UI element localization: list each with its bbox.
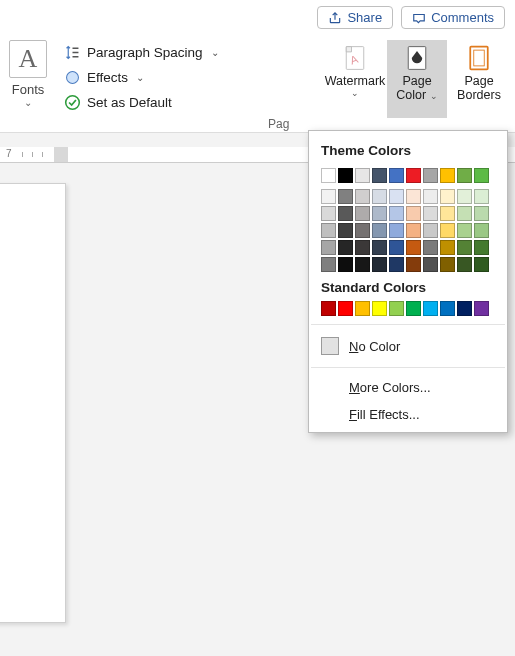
page-color-button[interactable]: PageColor ⌄ — [387, 40, 447, 118]
color-swatch[interactable] — [440, 257, 455, 272]
color-swatch[interactable] — [474, 206, 489, 221]
color-swatch[interactable] — [406, 223, 421, 238]
color-swatch[interactable] — [338, 223, 353, 238]
effects-button[interactable]: Effects ⌄ — [60, 67, 223, 88]
color-swatch[interactable] — [389, 168, 404, 183]
paragraph-spacing-icon — [64, 44, 81, 61]
fill-effects-label: Fill Effects... — [349, 407, 420, 422]
color-swatch[interactable] — [355, 206, 370, 221]
color-swatch[interactable] — [372, 206, 387, 221]
check-circle-icon — [64, 94, 81, 111]
color-swatch[interactable] — [474, 257, 489, 272]
svg-point-0 — [67, 72, 79, 84]
color-swatch[interactable] — [372, 301, 387, 316]
color-swatch[interactable] — [372, 257, 387, 272]
color-swatch[interactable] — [457, 206, 472, 221]
color-swatch[interactable] — [355, 257, 370, 272]
color-swatch[interactable] — [457, 189, 472, 204]
color-swatch[interactable] — [457, 240, 472, 255]
color-swatch[interactable] — [440, 223, 455, 238]
color-swatch[interactable] — [389, 301, 404, 316]
color-swatch[interactable] — [423, 168, 438, 183]
color-swatch[interactable] — [423, 189, 438, 204]
comments-label: Comments — [431, 10, 494, 25]
color-swatch[interactable] — [457, 168, 472, 183]
color-swatch[interactable] — [440, 301, 455, 316]
fonts-label: Fonts — [12, 82, 45, 97]
watermark-button[interactable]: A Watermark ⌄ — [325, 40, 385, 118]
fill-effects-item[interactable]: Fill Effects... — [309, 401, 507, 428]
ruler-margin — [54, 147, 68, 162]
color-swatch[interactable] — [372, 240, 387, 255]
color-swatch[interactable] — [423, 223, 438, 238]
paragraph-spacing-button[interactable]: Paragraph Spacing ⌄ — [60, 42, 223, 63]
color-swatch[interactable] — [321, 168, 336, 183]
color-swatch[interactable] — [389, 206, 404, 221]
color-swatch[interactable] — [389, 189, 404, 204]
color-swatch[interactable] — [457, 223, 472, 238]
color-swatch[interactable] — [457, 257, 472, 272]
color-swatch[interactable] — [406, 189, 421, 204]
color-swatch[interactable] — [406, 257, 421, 272]
color-swatch[interactable] — [355, 223, 370, 238]
color-swatch[interactable] — [406, 206, 421, 221]
color-swatch[interactable] — [406, 301, 421, 316]
color-swatch[interactable] — [474, 301, 489, 316]
color-swatch[interactable] — [355, 240, 370, 255]
page-color-label-2: Color — [396, 88, 426, 102]
color-swatch[interactable] — [321, 257, 336, 272]
color-swatch[interactable] — [372, 168, 387, 183]
color-swatch[interactable] — [338, 257, 353, 272]
no-color-icon — [321, 337, 339, 355]
standard-colors-header: Standard Colors — [309, 278, 507, 301]
color-swatch[interactable] — [389, 257, 404, 272]
set-default-button[interactable]: Set as Default — [60, 92, 223, 113]
color-swatch[interactable] — [321, 240, 336, 255]
color-swatch[interactable] — [321, 301, 336, 316]
color-swatch[interactable] — [440, 168, 455, 183]
chevron-down-icon: ⌄ — [24, 97, 32, 108]
more-colors-item[interactable]: More Colors... — [309, 374, 507, 401]
color-swatch[interactable] — [355, 189, 370, 204]
document-page[interactable] — [0, 183, 66, 623]
color-swatch[interactable] — [440, 206, 455, 221]
color-swatch[interactable] — [355, 168, 370, 183]
effects-label: Effects — [87, 70, 128, 85]
color-swatch[interactable] — [338, 168, 353, 183]
color-swatch[interactable] — [406, 168, 421, 183]
color-swatch[interactable] — [372, 189, 387, 204]
chevron-down-icon: ⌄ — [351, 88, 359, 98]
chevron-down-icon: ⌄ — [430, 91, 438, 101]
color-swatch[interactable] — [321, 206, 336, 221]
color-swatch[interactable] — [321, 189, 336, 204]
color-swatch[interactable] — [474, 168, 489, 183]
color-swatch[interactable] — [372, 223, 387, 238]
chevron-down-icon: ⌄ — [211, 47, 219, 58]
color-swatch[interactable] — [423, 257, 438, 272]
effects-icon — [64, 69, 81, 86]
fonts-dropdown[interactable]: A Fonts ⌄ — [6, 40, 50, 108]
color-swatch[interactable] — [338, 206, 353, 221]
group-label: Pag — [268, 117, 289, 131]
color-swatch[interactable] — [423, 240, 438, 255]
color-swatch[interactable] — [423, 301, 438, 316]
color-swatch[interactable] — [423, 206, 438, 221]
color-swatch[interactable] — [406, 240, 421, 255]
color-swatch[interactable] — [338, 189, 353, 204]
color-swatch[interactable] — [440, 189, 455, 204]
color-swatch[interactable] — [355, 301, 370, 316]
color-swatch[interactable] — [389, 223, 404, 238]
color-swatch[interactable] — [474, 240, 489, 255]
color-swatch[interactable] — [474, 189, 489, 204]
color-swatch[interactable] — [338, 240, 353, 255]
share-button[interactable]: Share — [317, 6, 393, 29]
comments-button[interactable]: Comments — [401, 6, 505, 29]
color-swatch[interactable] — [389, 240, 404, 255]
color-swatch[interactable] — [440, 240, 455, 255]
page-borders-button[interactable]: PageBorders — [449, 40, 509, 118]
color-swatch[interactable] — [338, 301, 353, 316]
color-swatch[interactable] — [321, 223, 336, 238]
no-color-item[interactable]: No Color — [309, 331, 507, 361]
color-swatch[interactable] — [474, 223, 489, 238]
color-swatch[interactable] — [457, 301, 472, 316]
